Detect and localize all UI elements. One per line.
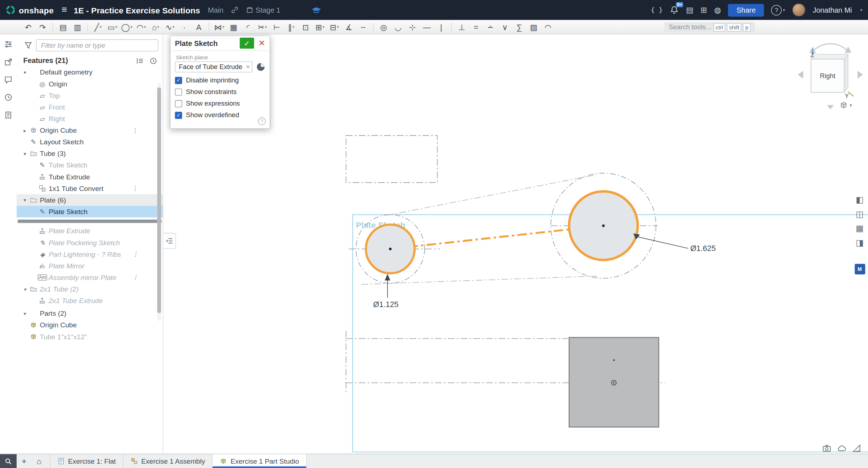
context-badge-icon[interactable]: ⋮ <box>132 185 139 192</box>
checkbox-icon[interactable]: ✓ <box>175 77 182 84</box>
isolate-panel-icon[interactable]: ◧ <box>854 193 866 206</box>
dialog-option[interactable]: Show constraints <box>175 88 265 95</box>
perpendicular-constraint-icon[interactable]: ⊥ <box>456 21 468 33</box>
tree-caret-icon[interactable]: ▾ <box>21 151 29 156</box>
feature-row[interactable]: ▾2x1 Tube (2) <box>17 283 163 295</box>
clear-selection-icon[interactable]: ✕ <box>245 64 250 70</box>
feature-row[interactable]: ▱Right <box>17 113 163 124</box>
tree-caret-icon[interactable]: ▾ <box>21 311 29 316</box>
square-part[interactable] <box>569 337 659 427</box>
feature-row[interactable]: ▱Top <box>17 90 163 101</box>
sync-cloud-icon[interactable] <box>837 444 846 453</box>
sketch-point[interactable] <box>613 359 615 361</box>
checkbox-icon[interactable] <box>175 88 182 95</box>
horizontal-constraint-icon[interactable]: — <box>421 21 433 33</box>
app-grid-icon[interactable]: ⊞ <box>700 5 707 14</box>
feature-row[interactable]: 1x1 Tube Convert⋮ <box>17 183 163 194</box>
cancel-button[interactable]: ✕ <box>257 38 267 49</box>
feature-row[interactable]: ✎Layout Sketch <box>17 136 163 148</box>
configurations-icon[interactable] <box>4 40 13 48</box>
feature-row[interactable]: Tube 1"x1"x12" <box>17 331 163 343</box>
equal-constraint-icon[interactable]: = <box>470 21 482 33</box>
tab-exercise-1-part-studio[interactable]: Exercise 1 Part Studio <box>213 454 307 468</box>
fs-table-icon[interactable]: ∑ <box>513 21 526 33</box>
dropdown-caret-icon[interactable]: ▾ <box>173 25 174 29</box>
help-menu[interactable]: ? ▾ <box>771 5 785 15</box>
context-badge-icon[interactable]: ⋮ <box>132 251 139 258</box>
feature-row[interactable]: ✎Plate Pocketing Sketch <box>17 237 163 248</box>
learning-center-icon[interactable] <box>311 7 322 14</box>
feature-row[interactable]: ▾Tube (3) <box>17 148 163 159</box>
undo-icon[interactable]: ↶ <box>22 21 34 33</box>
status-orb-icon[interactable]: ◍ <box>714 5 721 14</box>
dropdown-caret-icon[interactable]: ▾ <box>323 25 324 29</box>
spline-tool-icon[interactable]: ∿▾ <box>164 21 176 33</box>
feature-row[interactable]: ▱Front <box>17 101 163 113</box>
tangent-line-bottom[interactable] <box>362 276 599 284</box>
sketch-plane-input[interactable] <box>175 61 252 73</box>
dropdown-caret-icon[interactable]: ▾ <box>100 25 101 29</box>
dialog-help-icon[interactable]: ? <box>258 117 266 125</box>
feature-row[interactable]: ▾Parts (2) <box>17 307 163 319</box>
hatch-icon[interactable]: ▨ <box>527 21 540 33</box>
center-point-large[interactable] <box>602 224 604 227</box>
vertical-constraint-icon[interactable]: | <box>435 21 447 33</box>
coincident-constraint-icon[interactable]: ⊹ <box>406 21 419 33</box>
rollback-bar[interactable] <box>18 220 162 223</box>
named-views-panel-icon[interactable]: ◨ <box>854 237 866 249</box>
feature-row[interactable]: ◈Part Lightening - ? Ribs⋮ <box>17 248 163 260</box>
dropdown-caret-icon[interactable]: ▾ <box>337 25 339 29</box>
feature-row[interactable]: ▸Origin Cube⋮ <box>17 124 163 136</box>
measure-scale-icon[interactable] <box>852 444 861 453</box>
dropdown-caret-icon[interactable]: ▾ <box>115 25 117 29</box>
tab-exercise-1-assembly[interactable]: Exercise 1 Assembly <box>123 454 213 468</box>
main-menu-icon[interactable]: ≡ <box>62 4 67 16</box>
dialog-option[interactable]: ✓Show overdefined <box>175 111 265 119</box>
featurescript-icon[interactable]: { } <box>651 6 663 14</box>
feature-row[interactable]: Tube Extrude <box>17 171 163 183</box>
section-view-panel-icon[interactable]: ◫ <box>854 208 866 220</box>
rotate-arc-icon[interactable] <box>814 44 847 50</box>
display-states-panel-icon[interactable]: ▦ <box>854 222 866 235</box>
construction-tool-icon[interactable]: ╌ <box>357 21 369 33</box>
tab-exercise-1-flat[interactable]: Exercise 1: Flat <box>50 454 124 468</box>
rectangle-tool-icon[interactable]: ▭▾ <box>106 21 119 33</box>
version-link-icon[interactable] <box>230 5 239 14</box>
feature-row[interactable]: ▾Plate (6) <box>17 194 163 206</box>
notes-icon[interactable] <box>4 111 13 119</box>
dropdown-caret-icon[interactable]: ▾ <box>292 25 294 29</box>
dialog-option[interactable]: Show expressions <box>175 99 265 107</box>
filter-input[interactable] <box>36 39 158 52</box>
tangent-constraint-icon[interactable]: ◡ <box>392 21 404 33</box>
custom-app-panel-icon[interactable]: M <box>855 264 865 275</box>
feature-row[interactable]: ✎Plate Sketch <box>17 206 163 217</box>
dropdown-caret-icon[interactable]: ▾ <box>222 25 224 29</box>
search-tabs-button[interactable] <box>0 454 17 468</box>
insert-feature-icon[interactable] <box>136 57 144 64</box>
point-tool-icon[interactable]: ∙ <box>178 21 190 33</box>
user-name[interactable]: Jonathan Mi <box>813 6 852 14</box>
concentric-constraint-icon[interactable]: ◎ <box>378 21 390 33</box>
tree-caret-icon[interactable]: ▾ <box>21 197 29 203</box>
rotate-right-arrow-icon[interactable] <box>858 71 863 78</box>
pattern-tool-icon[interactable]: ▦ <box>228 21 240 33</box>
feature-row[interactable]: Plate Mirror <box>17 260 163 272</box>
feature-row[interactable]: ◎Origin <box>17 78 163 90</box>
document-list-icon[interactable]: ▤ <box>686 5 693 14</box>
tree-caret-icon[interactable]: ▾ <box>21 286 29 292</box>
notifications-bell-icon[interactable]: 9+ <box>670 5 679 14</box>
search-tools[interactable]: Search tools... ctrlshiftp <box>664 22 755 32</box>
redo-icon[interactable]: ↷ <box>37 21 49 33</box>
dimension-large[interactable]: Ø1.625 <box>633 233 716 253</box>
copy-icon[interactable]: ▤ <box>57 21 69 33</box>
user-avatar[interactable] <box>792 3 806 17</box>
accept-button[interactable]: ✓ <box>240 38 254 49</box>
mirror-tool-icon[interactable]: ⋈▾ <box>213 21 226 33</box>
measure-tool-icon[interactable]: ∡ <box>343 21 355 33</box>
context-badge-icon[interactable]: ⋮ <box>132 274 139 281</box>
paste-icon[interactable]: ▥ <box>71 21 84 33</box>
feature-row[interactable]: 2x1 Tube Extrude <box>17 295 163 306</box>
dimension-small[interactable]: Ø1.125 <box>373 274 399 309</box>
line-tool-icon[interactable]: ╱▾ <box>92 21 104 33</box>
linear-pattern-tool-icon[interactable]: ⊞▾ <box>314 21 326 33</box>
